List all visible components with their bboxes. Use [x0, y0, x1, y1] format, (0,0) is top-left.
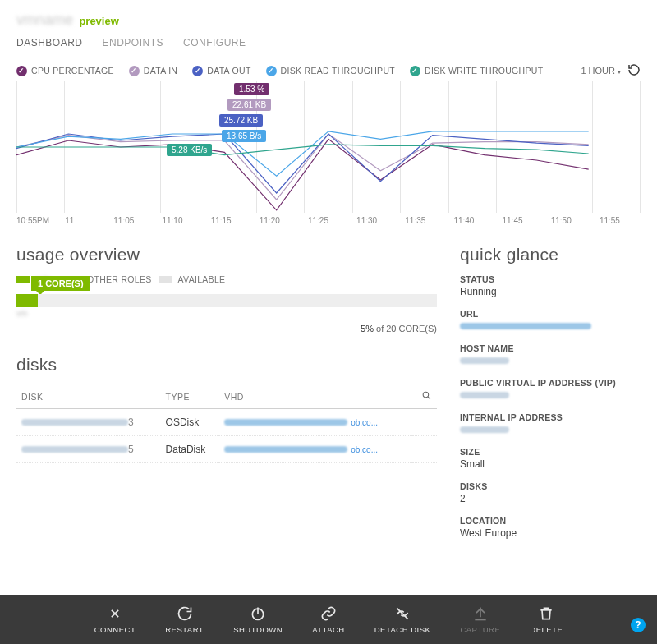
table-row[interactable]: 5DataDiskob.co... [16, 436, 437, 463]
legend-disk-read[interactable]: ✓ DISK READ THROUGHPUT [266, 66, 395, 76]
quick-glance-host: HOST NAME [460, 343, 641, 366]
chart-legend: ✓ CPU PERCENTAGE ✓ DATA IN ✓ DATA OUT ✓ … [16, 66, 543, 76]
cmd-detach-disk[interactable]: DETACH DISK [374, 605, 431, 634]
cmd-shutdown[interactable]: SHUTDOWN [233, 605, 283, 634]
usage-title: usage overview [16, 245, 437, 264]
tooltip-disk-write: 5.28 KB/s [167, 144, 212, 156]
preview-badge: preview [79, 15, 118, 27]
legend-disk-read-label: DISK READ THROUGHPUT [281, 66, 395, 76]
page-header: vmname preview [16, 12, 641, 29]
svg-point-0 [423, 392, 429, 398]
legend-cpu[interactable]: ✓ CPU PERCENTAGE [16, 66, 114, 76]
legend-data-out[interactable]: ✓ DATA OUT [192, 66, 250, 76]
search-icon [421, 390, 432, 401]
tab-endpoints[interactable]: ENDPOINTS [103, 37, 164, 53]
quick-glance-disks: DISKS2 [460, 481, 641, 504]
tooltip-data-out: 25.72 KB [219, 114, 263, 126]
quick-glance-internal: INTERNAL IP ADDRESS [460, 412, 641, 435]
legend-data-out-label: DATA OUT [207, 66, 250, 76]
refresh-icon[interactable] [627, 63, 641, 78]
disks-table: DISK TYPE VHD 3OSDiskob.co...5DataDiskob… [16, 384, 437, 463]
cmd-attach[interactable]: ATTACH [312, 605, 345, 634]
quick-glance-title: quick glance [460, 245, 641, 264]
quick-glance-url: URL [460, 309, 641, 332]
usage-other-roles-label: OTHER ROLES [87, 274, 152, 284]
table-row[interactable]: 3OSDiskob.co... [16, 409, 437, 436]
tabs: DASHBOARD ENDPOINTS CONFIGURE [16, 37, 641, 53]
cmd-restart[interactable]: RESTART [165, 605, 204, 634]
quick-glance-status: STATUSRunning [460, 274, 641, 297]
col-vhd[interactable]: VHD [219, 384, 412, 409]
quick-glance-location: LOCATIONWest Europe [460, 516, 641, 539]
tab-configure[interactable]: CONFIGURE [183, 37, 246, 53]
tooltip-data-in: 22.61 KB [227, 99, 271, 111]
command-bar: CONNECT RESTART SHUTDOWN ATTACH DETACH D… [0, 595, 657, 644]
legend-data-in-label: DATA IN [144, 66, 177, 76]
vm-name: vmname [16, 12, 73, 29]
usage-core-label: 1 CORE(S) [31, 276, 90, 291]
chart-x-axis: 10:55PM1111:0511:1011:1511:2011:2511:301… [16, 216, 641, 225]
tooltip-cpu: 1.53 % [234, 83, 269, 95]
help-icon[interactable]: ? [631, 618, 646, 632]
legend-disk-write-label: DISK WRITE THROUGHPUT [425, 66, 543, 76]
usage-available-label: AVAILABLE [178, 274, 226, 284]
cmd-connect[interactable]: CONNECT [94, 605, 136, 634]
usage-bar: 1 CORE(S) vm 5% of 20 CORE(S) [16, 294, 437, 334]
cmd-capture[interactable]: CAPTURE [460, 605, 500, 634]
legend-cpu-label: CPU PERCENTAGE [31, 66, 114, 76]
timerange: 1 HOUR ▾ [581, 63, 641, 78]
usage-meta: 5% of 20 CORE(S) [16, 324, 437, 334]
tooltip-disk-read: 13.65 B/s [222, 130, 266, 142]
quick-glance-vip: PUBLIC VIRTUAL IP ADDRESS (VIP) [460, 378, 641, 401]
legend-data-in[interactable]: ✓ DATA IN [129, 66, 177, 76]
col-type[interactable]: TYPE [161, 384, 220, 409]
col-disk[interactable]: DISK [16, 384, 161, 409]
disks-title: disks [16, 355, 437, 375]
disks-search[interactable] [412, 384, 437, 409]
tab-dashboard[interactable]: DASHBOARD [16, 37, 83, 53]
timerange-select[interactable]: 1 HOUR ▾ [581, 66, 621, 76]
quick-glance-size: SIZESmall [460, 447, 641, 470]
metrics-chart[interactable]: 1.53 % 22.61 KB 25.72 KB 13.65 B/s 5.28 … [16, 81, 641, 213]
cmd-delete[interactable]: DELETE [530, 605, 563, 634]
legend-disk-write[interactable]: ✓ DISK WRITE THROUGHPUT [410, 66, 543, 76]
